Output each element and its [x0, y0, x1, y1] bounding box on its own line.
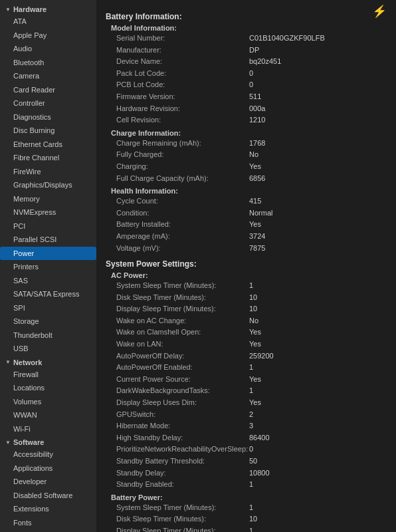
sidebar-item-camera[interactable]: Camera: [0, 69, 96, 83]
sidebar-item-graphics-displays[interactable]: Graphics/Displays: [0, 178, 96, 192]
ac-standby-battery-value: 50: [249, 456, 257, 467]
ac-prioritize-row: PrioritizeNetworkReachabilityOverSleep: …: [116, 444, 387, 456]
sidebar-item-pci[interactable]: PCI: [0, 219, 96, 233]
amperage-row: Amperage (mA): 3724: [116, 231, 387, 243]
amperage-label: Amperage (mA):: [116, 231, 249, 243]
pcb-lot-value: 0: [249, 79, 253, 91]
hardware-section-label: Hardware: [13, 5, 47, 13]
ac-wake-clamshell-row: Wake on Clamshell Open: Yes: [116, 327, 387, 338]
network-section-header: ▼ Network: [0, 356, 96, 368]
ac-system-sleep-value: 1: [249, 280, 253, 292]
charge-remaining-row: Charge Remaining (mAh): 1768: [116, 138, 387, 150]
sidebar-item-thunderbolt[interactable]: Thunderbolt: [0, 329, 96, 342]
ac-autopoweroff-enabled-label: AutoPowerOff Enabled:: [116, 362, 249, 374]
condition-row: Condition: Normal: [116, 207, 387, 219]
sidebar-item-fonts[interactable]: Fonts: [0, 516, 96, 530]
device-name-row: Device Name: bq20z451: [116, 56, 387, 68]
pack-lot-value: 0: [249, 68, 253, 80]
bat-system-sleep-label: System Sleep Timer (Minutes):: [116, 502, 249, 514]
full-charge-label: Full Charge Capacity (mAh):: [116, 173, 249, 185]
sidebar-item-volumes[interactable]: Volumes: [0, 395, 96, 409]
sidebar-item-bluetooth[interactable]: Bluetooth: [0, 56, 96, 70]
device-name-label: Device Name:: [116, 56, 249, 68]
sidebar-item-frameworks[interactable]: Frameworks: [0, 529, 96, 532]
sidebar-item-extensions[interactable]: Extensions: [0, 502, 96, 516]
ac-current-power-row: Current Power Source: Yes: [116, 374, 387, 386]
network-arrow: ▼: [5, 359, 11, 365]
software-section-label: Software: [13, 438, 44, 446]
battery-installed-label: Battery Installed:: [116, 219, 249, 231]
sidebar-item-sata[interactable]: SATA/SATA Express: [0, 287, 96, 301]
ac-system-sleep-label: System Sleep Timer (Minutes):: [116, 280, 249, 292]
sidebar-item-printers[interactable]: Printers: [0, 260, 96, 274]
sidebar-item-memory[interactable]: Memory: [0, 192, 96, 206]
ac-current-power-value: Yes: [249, 374, 261, 386]
health-info-label: Health Information:: [111, 187, 387, 195]
ac-darkwake-value: 1: [249, 385, 253, 397]
firmware-row: Firmware Version: 511: [116, 91, 387, 103]
sidebar-item-card-reader[interactable]: Card Reader: [0, 83, 96, 97]
device-name-value: bq20z451: [249, 56, 281, 68]
hardware-arrow: ▼: [5, 7, 11, 13]
sidebar-item-spi[interactable]: SPI: [0, 301, 96, 315]
sidebar-item-ata[interactable]: ATA: [0, 15, 96, 29]
ac-gpuswitch-value: 2: [249, 409, 253, 421]
sidebar-item-accessibility[interactable]: Accessibility: [0, 448, 96, 462]
charge-info-block: Charge Information: Charge Remaining (mA…: [111, 129, 387, 184]
sidebar-item-usb[interactable]: USB: [0, 342, 96, 356]
sidebar-item-storage[interactable]: Storage: [0, 315, 96, 329]
sidebar-item-developer[interactable]: Developer: [0, 475, 96, 489]
sidebar-item-apple-pay[interactable]: Apple Pay: [0, 29, 96, 43]
sidebar-item-controller[interactable]: Controller: [0, 96, 96, 110]
ac-darkwake-row: DarkWakeBackgroundTasks: 1: [116, 385, 387, 397]
ac-current-power-label: Current Power Source:: [116, 374, 249, 386]
bat-system-sleep-row: System Sleep Timer (Minutes): 1: [116, 502, 387, 514]
ac-wake-clamshell-value: Yes: [249, 327, 261, 338]
sidebar-item-parallel-scsi[interactable]: Parallel SCSI: [0, 233, 96, 247]
ac-darkwake-label: DarkWakeBackgroundTasks:: [116, 385, 249, 397]
ac-standby-enabled-value: 1: [249, 479, 253, 491]
sidebar-item-disc-burning[interactable]: Disc Burning: [0, 124, 96, 138]
cycle-count-row: Cycle Count: 415: [116, 196, 387, 207]
sidebar-item-nvmexpress[interactable]: NVMExpress: [0, 205, 96, 219]
pack-lot-row: Pack Lot Code: 0: [116, 68, 387, 80]
cycle-count-label: Cycle Count:: [116, 196, 249, 207]
model-info-details: Serial Number: C01B1040GZKF90LFB Manufac…: [116, 33, 387, 126]
ac-display-dim-value: Yes: [249, 397, 261, 409]
system-power-title: System Power Settings:: [106, 259, 387, 269]
firmware-label: Firmware Version:: [116, 91, 249, 103]
ac-autopoweroff-enabled-row: AutoPowerOff Enabled: 1: [116, 362, 387, 374]
serial-number-label: Serial Number:: [116, 33, 249, 45]
sidebar-item-applications[interactable]: Applications: [0, 462, 96, 475]
sidebar-item-wwan[interactable]: WWAN: [0, 408, 96, 422]
ac-standby-battery-row: Standby Battery Threshold: 50: [116, 456, 387, 467]
sidebar-item-power[interactable]: Power: [0, 247, 96, 261]
ac-prioritize-label: PrioritizeNetworkReachabilityOverSleep:: [116, 444, 249, 456]
sidebar-item-firewall[interactable]: Firewall: [0, 368, 96, 382]
sidebar-item-sas[interactable]: SAS: [0, 274, 96, 288]
voltage-row: Voltage (mV): 7875: [116, 243, 387, 255]
ac-wake-ac-label: Wake on AC Change:: [116, 315, 249, 327]
ac-disk-sleep-row: Disk Sleep Timer (Minutes): 10: [116, 292, 387, 304]
sidebar-item-ethernet-cards[interactable]: Ethernet Cards: [0, 138, 96, 152]
ac-hibernate-row: Hibernate Mode: 3: [116, 420, 387, 432]
sidebar-item-firewire[interactable]: FireWire: [0, 165, 96, 179]
cell-rev-value: 1210: [249, 114, 265, 126]
sidebar-item-diagnostics[interactable]: Diagnostics: [0, 110, 96, 124]
fully-charged-row: Fully Charged: No: [116, 149, 387, 161]
sidebar-item-disabled-software[interactable]: Disabled Software: [0, 489, 96, 503]
sidebar-item-audio[interactable]: Audio: [0, 42, 96, 56]
ac-wake-ac-value: No: [249, 315, 258, 327]
fully-charged-label: Fully Charged:: [116, 149, 249, 161]
charge-remaining-label: Charge Remaining (mAh):: [116, 138, 249, 150]
sidebar-item-locations[interactable]: Locations: [0, 381, 96, 395]
sidebar-item-wifi[interactable]: Wi-Fi: [0, 422, 96, 436]
ac-autopoweroff-delay-label: AutoPowerOff Delay:: [116, 350, 249, 362]
sidebar-item-fibre-channel[interactable]: Fibre Channel: [0, 151, 96, 165]
ac-wake-lan-label: Wake on LAN:: [116, 338, 249, 350]
full-charge-row: Full Charge Capacity (mAh): 6856: [116, 173, 387, 185]
software-arrow: ▼: [5, 440, 11, 446]
software-section-header: ▼ Software: [0, 436, 96, 448]
pack-lot-label: Pack Lot Code:: [116, 68, 249, 80]
ac-system-sleep-row: System Sleep Timer (Minutes): 1: [116, 280, 387, 292]
